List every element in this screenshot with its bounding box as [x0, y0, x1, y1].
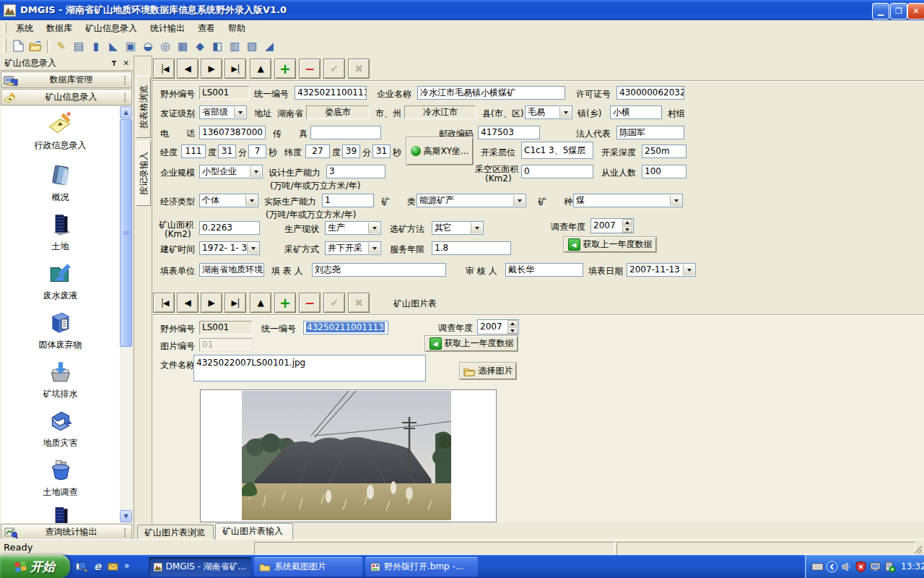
- nav2-delete-button[interactable]: −: [299, 293, 321, 313]
- chevron-down-icon[interactable]: [368, 243, 380, 254]
- fill-unit-input[interactable]: 湖南省地质环境: [199, 263, 264, 277]
- chevron-down-icon[interactable]: [368, 223, 380, 233]
- design-cap-input[interactable]: 3: [326, 165, 385, 178]
- spin-up-icon[interactable]: [507, 320, 518, 327]
- antivirus-tray-icon[interactable]: [855, 561, 867, 573]
- taskbar-task-dmgis[interactable]: DMGIS - 湖南省矿...: [149, 557, 251, 577]
- lon-deg-input[interactable]: 111: [181, 144, 206, 158]
- actual-cap-input[interactable]: 1: [322, 194, 374, 207]
- lon-sec-input[interactable]: 7: [248, 144, 266, 158]
- sidebar-group-query-stats[interactable]: 查询统计输出: [1, 524, 132, 540]
- nav2-next-button[interactable]: ▶: [201, 293, 222, 313]
- menu-mine-info-entry[interactable]: 矿山信息录入: [79, 20, 144, 37]
- geo-hazard-icon[interactable]: ◎: [157, 38, 174, 54]
- phone-input[interactable]: 13607387000: [199, 126, 266, 139]
- benef-combo[interactable]: 其它: [432, 221, 484, 235]
- scroll-down-icon[interactable]: ▼: [120, 510, 132, 522]
- sidebar-item-geo-hazard[interactable]: 地质灾害: [1, 407, 120, 449]
- pic-field-no-input[interactable]: LS001: [199, 321, 253, 335]
- goaf-input[interactable]: 0: [521, 165, 593, 178]
- land-icon[interactable]: ▮: [87, 38, 105, 54]
- company-input[interactable]: 冷水江市毛易镇小横煤矿: [417, 86, 565, 100]
- chevron-down-icon[interactable]: [513, 195, 525, 206]
- exit-tool-icon[interactable]: ◢: [261, 38, 278, 54]
- show-desktop-icon[interactable]: [75, 560, 88, 573]
- network-tray-icon[interactable]: [869, 561, 881, 573]
- pin-icon[interactable]: [108, 58, 119, 69]
- sidebar-item-solid-waste[interactable]: 固体废弃物: [1, 309, 120, 350]
- vtab-table-browse[interactable]: 按表格浏览: [136, 76, 151, 138]
- keyboard-tray-icon[interactable]: [811, 561, 824, 573]
- pic-unified-no-input[interactable]: 43250211001113: [303, 321, 388, 335]
- chevron-down-icon[interactable]: [247, 243, 258, 254]
- restore-button[interactable]: ❐: [890, 3, 907, 20]
- scroll-up-icon[interactable]: ▲: [120, 106, 132, 118]
- county-combo[interactable]: 毛易: [525, 105, 572, 119]
- area-input[interactable]: 0.2263: [199, 221, 260, 235]
- spin-up-icon[interactable]: [622, 219, 632, 225]
- lat-sec-input[interactable]: 31: [372, 144, 391, 158]
- overview-icon[interactable]: ▤: [70, 38, 87, 54]
- nav1-last-button[interactable]: ▶│: [225, 59, 246, 79]
- sidebar-item-partial[interactable]: [1, 506, 120, 523]
- depth-input[interactable]: 250m: [642, 144, 687, 158]
- nav1-add-button[interactable]: +: [274, 59, 296, 79]
- file-name-input[interactable]: 4325022007LS00101.jpg: [193, 355, 426, 381]
- new-file-icon[interactable]: [9, 38, 27, 54]
- nav1-next-button[interactable]: ▶: [201, 59, 222, 79]
- econ-combo[interactable]: 个体: [199, 194, 258, 207]
- nav2-first-button[interactable]: │◀: [153, 293, 175, 313]
- spin-down-icon[interactable]: [622, 226, 632, 233]
- chevron-down-icon[interactable]: [471, 223, 482, 233]
- lat-min-input[interactable]: 39: [342, 144, 360, 158]
- sidebar-item-land-survey[interactable]: 土地调查: [1, 457, 120, 498]
- nav2-last-button[interactable]: ▶│: [225, 293, 246, 313]
- sidebar-group-mine-entry[interactable]: 矿山信息录入: [1, 89, 132, 105]
- wastewater-icon[interactable]: ◣: [105, 38, 122, 54]
- scrollbar-thumb[interactable]: [120, 119, 132, 347]
- nav1-first-button[interactable]: │◀: [153, 59, 175, 79]
- chevron-down-icon[interactable]: [559, 107, 571, 118]
- town-input[interactable]: 小横: [610, 105, 662, 119]
- column-tool-icon[interactable]: ◆: [191, 38, 209, 54]
- lat-deg-input[interactable]: 27: [305, 144, 330, 158]
- mail-icon[interactable]: [107, 560, 120, 573]
- workers-input[interactable]: 100: [642, 165, 687, 178]
- choose-picture-button[interactable]: 选择图片: [459, 362, 517, 380]
- build-time-combo[interactable]: 1972- 1- 3: [199, 241, 260, 255]
- tray-clock[interactable]: 13:32: [901, 561, 924, 571]
- nav1-cancel-button[interactable]: ✖: [348, 59, 370, 79]
- menu-database[interactable]: 数据库: [40, 20, 79, 37]
- chevron-down-icon[interactable]: [670, 195, 681, 206]
- chevron-down-icon[interactable]: [250, 166, 261, 177]
- chevron-down-icon[interactable]: [234, 107, 245, 118]
- pit-drainage-icon[interactable]: ◒: [139, 38, 157, 54]
- unified-no-input[interactable]: 43250211001113: [295, 86, 367, 100]
- menu-view[interactable]: 查看: [191, 20, 222, 37]
- admin-entry-icon[interactable]: ✎: [53, 38, 70, 54]
- taskbar-task-folder[interactable]: 系统截图图片: [254, 557, 362, 577]
- filler-input[interactable]: 刘志尧: [312, 263, 446, 277]
- nav1-top-button[interactable]: ▲: [250, 59, 271, 79]
- database-tray-icon[interactable]: [884, 561, 896, 573]
- sidebar-scrollbar[interactable]: ▲ ▼: [120, 106, 132, 523]
- chevron-down-icon[interactable]: [245, 195, 257, 206]
- taskbar-task-bmp[interactable]: 野外版打开.bmp -...: [365, 557, 478, 577]
- survey-year-spinner[interactable]: 2007: [590, 218, 634, 233]
- menu-stat-output[interactable]: 统计输出: [144, 20, 191, 37]
- pic-year-spinner[interactable]: 2007: [477, 319, 519, 335]
- minimize-button[interactable]: ▁: [872, 3, 889, 20]
- auditor-input[interactable]: 戴长华: [505, 263, 583, 277]
- mine-class-combo[interactable]: 能源矿产: [417, 194, 526, 207]
- start-button[interactable]: 开始: [0, 555, 70, 578]
- fill-date-combo[interactable]: 2007-11-13: [627, 263, 696, 277]
- land-survey-icon[interactable]: ▦: [174, 38, 191, 54]
- lon-min-input[interactable]: 31: [218, 144, 236, 158]
- field-no-input[interactable]: LS001: [199, 86, 250, 100]
- resize-grip[interactable]: [913, 545, 923, 555]
- sidebar-close-icon[interactable]: ✕: [121, 58, 131, 69]
- nav1-post-button[interactable]: ✔: [323, 59, 345, 79]
- city2-input[interactable]: 冷水江市: [404, 105, 476, 119]
- service-life-input[interactable]: 1.8: [432, 241, 511, 255]
- pic-no-input[interactable]: 01: [199, 338, 253, 352]
